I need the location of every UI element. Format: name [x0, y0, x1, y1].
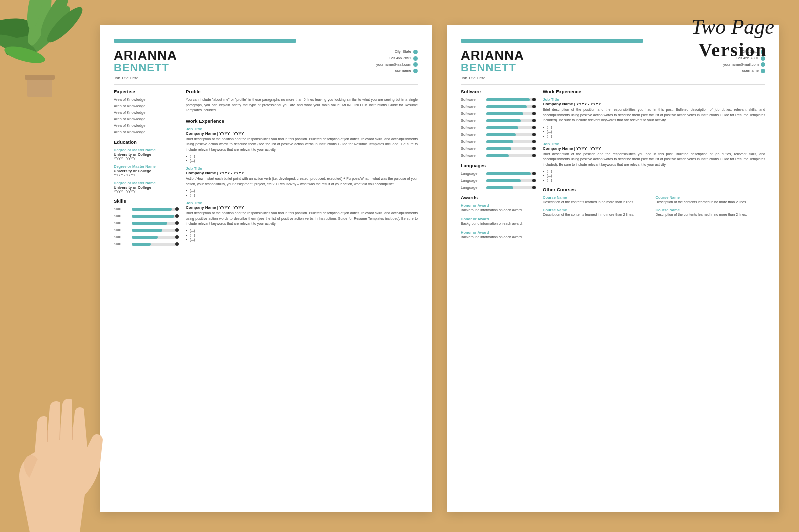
page1-top-bar: [114, 39, 296, 43]
awards-heading: Awards: [461, 195, 536, 200]
software-label: Software: [461, 132, 483, 137]
page1-right-col: Profile You can include "about me" or "p…: [186, 89, 418, 507]
expertise-item: Area of Knowledge: [114, 117, 179, 121]
expertise-item: Area of Knowledge: [114, 123, 179, 128]
expertise-item: Area of Knowledge: [114, 104, 179, 108]
svg-line-12: [47, 430, 48, 442]
page2-email: yourname@mail.com: [723, 62, 765, 68]
bullet-item: (...): [543, 130, 765, 133]
skill-label: Skill: [114, 228, 129, 232]
skill-bar: [132, 243, 179, 246]
course-name: Course Name: [656, 208, 766, 212]
courses-list: Course Name Description of the contents …: [543, 195, 765, 217]
job-title: Job Title: [186, 201, 418, 205]
profile-text: You can include "about me" or "profile" …: [186, 97, 418, 113]
award-name: Honor or Award: [461, 203, 536, 208]
hand-decoration: [0, 357, 130, 532]
language-item: Language: [461, 178, 536, 183]
job-item: Job Title Company Name | YYYY - YYYY Bri…: [186, 201, 418, 241]
edu-school: University or College: [114, 169, 179, 173]
job-desc-p2: Brief description of the position and th…: [543, 107, 765, 123]
bullet-item: (...): [543, 174, 765, 177]
edu-year: YYYY - YYYY: [114, 173, 179, 177]
software-label: Software: [461, 104, 483, 109]
skill-label: Skill: [114, 207, 129, 211]
sw-bar: [486, 133, 536, 136]
software-item: Software: [461, 153, 536, 158]
bullet-item: (...): [186, 159, 418, 162]
award-desc: Background information on each award.: [461, 208, 536, 213]
software-label: Software: [461, 125, 483, 130]
company-name: Company Name | YYYY - YYYY: [186, 205, 418, 210]
skill-bar: [132, 215, 179, 218]
language-item: Language: [461, 171, 536, 176]
software-heading: Software: [461, 89, 536, 94]
job-desc: Brief description of the position and th…: [186, 137, 418, 153]
page1-job-title: Job Title Here: [114, 76, 177, 80]
course-desc: Description of the contents learned in n…: [656, 200, 766, 205]
skill-item: Skill: [114, 235, 179, 239]
skill-item: Skill: [114, 214, 179, 218]
course-desc: Description of the contents learned in n…: [656, 212, 766, 217]
awards-list: Honor or Award Background information on…: [461, 203, 536, 239]
svg-line-13: [60, 425, 60, 440]
bullet-item: (...): [543, 134, 765, 138]
lang-label: Language: [461, 178, 483, 183]
edu-school: University or College: [114, 185, 179, 190]
software-label: Software: [461, 111, 483, 116]
education-item: Degree or Master Name University or Coll…: [114, 181, 179, 193]
software-item: Software: [461, 139, 536, 144]
skill-bar: [132, 236, 179, 239]
lang-label: Language: [461, 185, 483, 190]
job-title: Job Title: [186, 166, 418, 171]
job-title-p2: Job Title: [543, 142, 765, 146]
svg-rect-11: [25, 75, 55, 80]
sw-bar: [486, 105, 536, 108]
page1-contact: City, State 123.456.7891 yourname@mail.c…: [376, 49, 418, 74]
course-name: Course Name: [543, 208, 653, 212]
job-desc: Brief description of the position and th…: [186, 211, 418, 227]
edu-degree: Degree or Master Name: [114, 148, 179, 152]
sw-bar: [486, 112, 536, 115]
skill-label: Skill: [114, 221, 129, 225]
expertise-heading: Expertise: [114, 89, 179, 94]
page1-city: City, State: [376, 49, 418, 55]
resume-page-2: ARIANNA BENNETT Job Title Here City, Sta…: [447, 25, 779, 512]
page1-header: ARIANNA BENNETT Job Title Here City, Sta…: [114, 49, 418, 85]
award-desc: Background information on each award.: [461, 221, 536, 226]
award-name: Honor or Award: [461, 230, 536, 235]
location-icon: [413, 50, 418, 54]
bullet-item: (...): [186, 154, 418, 158]
course-item: Course Name Description of the contents …: [543, 195, 653, 205]
resume-page-1: ARIANNA BENNETT Job Title Here City, Sta…: [100, 25, 432, 512]
bullet-item: (...): [186, 189, 418, 192]
company-name-p2: Company Name | YYYY - YYYY: [543, 102, 765, 106]
course-desc: Description of the contents learned in n…: [543, 212, 653, 217]
job-desc-p2: Brief description of the position and th…: [543, 152, 765, 168]
sw-bar: [486, 126, 536, 129]
linkedin-icon: [413, 69, 418, 73]
expertise-item: Area of Knowledge: [114, 97, 179, 102]
page2-work-heading: Work Experience: [543, 89, 765, 94]
bullet-item: (...): [543, 169, 765, 173]
software-item: Software: [461, 132, 536, 137]
award-item: Honor or Award Background information on…: [461, 217, 536, 226]
sw-bar: [486, 140, 536, 143]
two-page-version-label: Two Page Version: [691, 15, 774, 61]
plant-decoration: [0, 0, 110, 100]
education-item: Degree or Master Name University or Coll…: [114, 164, 179, 177]
company-name: Company Name | YYYY - YYYY: [186, 171, 418, 175]
other-courses-heading: Other Courses: [543, 187, 765, 192]
page2-last-name: BENNETT: [461, 62, 524, 74]
software-label: Software: [461, 153, 483, 158]
award-item: Honor or Award Background information on…: [461, 230, 536, 240]
company-name-p2: Company Name | YYYY - YYYY: [543, 146, 765, 151]
edu-degree: Degree or Master Name: [114, 181, 179, 185]
edu-school: University or College: [114, 152, 179, 157]
job-title-p2: Job Title: [543, 97, 765, 102]
course-name: Course Name: [656, 195, 766, 200]
software-item: Software: [461, 97, 536, 102]
lang-label: Language: [461, 171, 483, 176]
award-item: Honor or Award Background information on…: [461, 203, 536, 213]
job-item: Job Title Company Name | YYYY - YYYY Bri…: [186, 127, 418, 163]
